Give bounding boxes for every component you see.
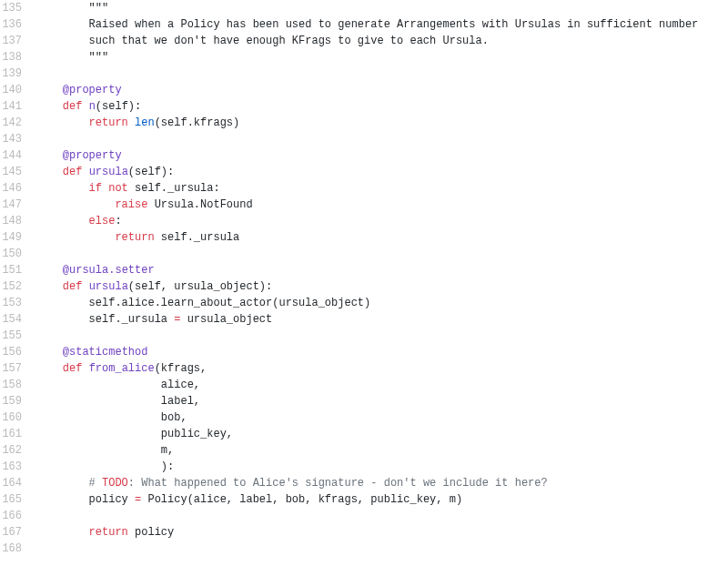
- code-content: bob,: [36, 409, 728, 426]
- code-content: [36, 246, 728, 262]
- code-line: 157 def from_alice(kfrags,: [0, 360, 728, 377]
- line-number: 164: [0, 475, 36, 491]
- code-content: m,: [36, 442, 728, 459]
- line-number: 155: [0, 328, 36, 344]
- line-number: 163: [0, 459, 36, 475]
- code-content: @ursula.setter: [36, 262, 728, 278]
- code-line: 142 return len(self.kfrags): [0, 115, 728, 131]
- code-content: def ursula(self):: [36, 164, 728, 180]
- line-number: 166: [0, 508, 36, 524]
- code-line: 138 """: [0, 49, 728, 66]
- code-line: 139: [0, 66, 728, 82]
- code-line: 155: [0, 328, 728, 344]
- code-line: 150: [0, 246, 728, 262]
- code-line: 164 # TODO: What happened to Alice's sig…: [0, 475, 728, 491]
- line-number: 168: [0, 541, 36, 557]
- code-editor[interactable]: 135 """ 136 Raised when a Policy has bee…: [0, 0, 728, 557]
- code-line: 140 @property: [0, 82, 728, 98]
- line-number: 152: [0, 278, 36, 295]
- code-content: return len(self.kfrags): [36, 115, 728, 131]
- code-content: Raised when a Policy has been used to ge…: [36, 16, 728, 33]
- line-number: 145: [0, 164, 36, 180]
- code-content: if not self._ursula:: [36, 180, 728, 197]
- line-number: 139: [0, 66, 36, 82]
- line-number: 138: [0, 49, 36, 66]
- code-line: 135 """: [0, 0, 728, 16]
- code-line: 152 def ursula(self, ursula_object):: [0, 278, 728, 295]
- code-line: 144 @property: [0, 147, 728, 164]
- code-content: public_key,: [36, 426, 728, 442]
- line-number: 157: [0, 360, 36, 377]
- code-content: def from_alice(kfrags,: [36, 360, 728, 377]
- line-number: 161: [0, 426, 36, 442]
- code-content: alice,: [36, 377, 728, 393]
- line-number: 159: [0, 393, 36, 409]
- code-content: # TODO: What happened to Alice's signatu…: [36, 475, 728, 491]
- code-content: return self._ursula: [36, 229, 728, 246]
- code-line: 160 bob,: [0, 409, 728, 426]
- code-content: [36, 328, 728, 344]
- line-number: 142: [0, 115, 36, 131]
- line-number: 147: [0, 197, 36, 213]
- code-content: self._ursula = ursula_object: [36, 311, 728, 328]
- code-line: 156 @staticmethod: [0, 344, 728, 360]
- code-content: def n(self):: [36, 98, 728, 115]
- code-line: 162 m,: [0, 442, 728, 459]
- line-number: 160: [0, 409, 36, 426]
- line-number: 141: [0, 98, 36, 115]
- code-line: 148 else:: [0, 213, 728, 229]
- code-line: 146 if not self._ursula:: [0, 180, 728, 197]
- code-content: @property: [36, 147, 728, 164]
- code-line: 163 ):: [0, 459, 728, 475]
- code-content: def ursula(self, ursula_object):: [36, 278, 728, 295]
- code-line: 137 such that we don't have enough KFrag…: [0, 33, 728, 49]
- code-content: policy = Policy(alice, label, bob, kfrag…: [36, 491, 728, 508]
- code-line: 158 alice,: [0, 377, 728, 393]
- code-content: [36, 541, 728, 557]
- code-content: @property: [36, 82, 728, 98]
- code-line: 141 def n(self):: [0, 98, 728, 115]
- line-number: 167: [0, 524, 36, 541]
- line-number: 137: [0, 33, 36, 49]
- code-line: 145 def ursula(self):: [0, 164, 728, 180]
- code-line: 136 Raised when a Policy has been used t…: [0, 16, 728, 33]
- line-number: 153: [0, 295, 36, 311]
- line-number: 148: [0, 213, 36, 229]
- line-number: 143: [0, 131, 36, 147]
- line-number: 144: [0, 147, 36, 164]
- code-line: 149 return self._ursula: [0, 229, 728, 246]
- code-content: else:: [36, 213, 728, 229]
- line-number: 146: [0, 180, 36, 197]
- line-number: 135: [0, 0, 36, 16]
- code-content: @staticmethod: [36, 344, 728, 360]
- code-content: """: [36, 0, 728, 16]
- line-number: 165: [0, 491, 36, 508]
- code-line: 153 self.alice.learn_about_actor(ursula_…: [0, 295, 728, 311]
- code-line: 151 @ursula.setter: [0, 262, 728, 278]
- code-content: such that we don't have enough KFrags to…: [36, 33, 728, 49]
- line-number: 149: [0, 229, 36, 246]
- line-number: 151: [0, 262, 36, 278]
- code-line: 166: [0, 508, 728, 524]
- code-line: 167 return policy: [0, 524, 728, 541]
- line-number: 136: [0, 16, 36, 33]
- code-content: ):: [36, 459, 728, 475]
- code-line: 154 self._ursula = ursula_object: [0, 311, 728, 328]
- code-content: [36, 131, 728, 147]
- line-number: 150: [0, 246, 36, 262]
- line-number: 156: [0, 344, 36, 360]
- line-number: 158: [0, 377, 36, 393]
- code-line: 161 public_key,: [0, 426, 728, 442]
- code-line: 143: [0, 131, 728, 147]
- code-line: 159 label,: [0, 393, 728, 409]
- code-content: return policy: [36, 524, 728, 541]
- line-number: 154: [0, 311, 36, 328]
- code-line: 147 raise Ursula.NotFound: [0, 197, 728, 213]
- code-line: 165 policy = Policy(alice, label, bob, k…: [0, 491, 728, 508]
- line-number: 140: [0, 82, 36, 98]
- code-line: 168: [0, 541, 728, 557]
- line-number: 162: [0, 442, 36, 459]
- code-content: label,: [36, 393, 728, 409]
- code-content: self.alice.learn_about_actor(ursula_obje…: [36, 295, 728, 311]
- code-content: [36, 508, 728, 524]
